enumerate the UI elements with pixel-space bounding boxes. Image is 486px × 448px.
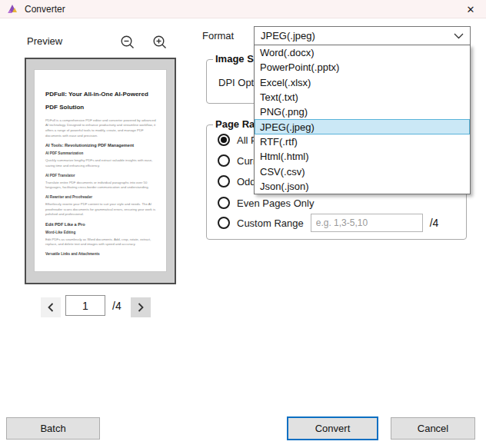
- page-number-input[interactable]: [65, 295, 105, 316]
- preview-thumbnail[interactable]: PDFull: Your All-in-One AI-Powered PDF S…: [25, 58, 176, 284]
- preview-text-block: Word-Like Editing: [45, 231, 157, 234]
- close-button[interactable]: ✕: [458, 0, 483, 18]
- page-range-legend: Page Ra: [213, 118, 257, 130]
- format-option[interactable]: CSV(.csv): [255, 164, 470, 178]
- dpi-option-label: DPI Opti: [218, 77, 256, 88]
- preview-text-block: Effortlessly rewrite your PDF content to…: [45, 202, 157, 217]
- chevron-right-icon: [137, 303, 145, 312]
- format-option[interactable]: RTF(.rtf): [255, 134, 470, 149]
- radio-option-label: Even Pages Only: [237, 197, 314, 209]
- page-total-label: /4: [112, 300, 122, 312]
- radio-custom-range[interactable]: [218, 217, 230, 229]
- preview-text-block: PDFull is a comprehensive PDF editor and…: [45, 118, 157, 139]
- radio-button[interactable]: [218, 197, 230, 209]
- close-icon: ✕: [467, 4, 475, 15]
- image-settings-legend: Image S: [213, 53, 256, 65]
- page-range-option[interactable]: Even Pages Only: [218, 196, 314, 210]
- previous-page-button[interactable]: [41, 297, 61, 317]
- radio-button[interactable]: [218, 134, 230, 146]
- page-range-option-custom[interactable]: Custom Range /4: [218, 216, 438, 230]
- convert-button[interactable]: Convert: [287, 416, 378, 440]
- preview-page: PDFull: Your All-in-One AI-Powered PDF S…: [34, 69, 167, 272]
- preview-text-block: AI Rewriter and Proofreader: [45, 195, 157, 199]
- page-range-option[interactable]: All P: [218, 133, 258, 147]
- radio-option-label: Odd: [237, 176, 256, 187]
- preview-label: Preview: [27, 35, 62, 47]
- page-range-option[interactable]: Odd: [218, 174, 256, 188]
- preview-text-block: AI PDF Translator: [45, 174, 157, 178]
- preview-text-block: Quickly summarize lengthy PDFs and extra…: [45, 158, 157, 168]
- format-option[interactable]: JPEG(.jpeg): [255, 119, 470, 134]
- zoom-in-button[interactable]: [151, 33, 169, 51]
- preview-text-block: Edit PDFs as seamlessly as Word document…: [45, 237, 157, 247]
- preview-text-block: Edit PDF Like a Pro: [45, 222, 157, 227]
- app-logo-icon: [7, 3, 18, 15]
- titlebar: Converter ✕: [0, 0, 486, 18]
- zoom-in-icon: [152, 35, 168, 50]
- radio-button[interactable]: [218, 175, 230, 187]
- format-option[interactable]: PowerPoint(.pptx): [255, 60, 470, 75]
- format-dropdown[interactable]: JPEG(.jpeg): [254, 26, 471, 45]
- zoom-out-icon: [120, 35, 135, 50]
- radio-button[interactable]: [218, 154, 230, 167]
- preview-text-block: Versatile Links and Attachments: [45, 252, 157, 256]
- converter-dialog: Converter ✕ Preview PDFull: Your All-in-…: [0, 0, 486, 448]
- preview-text-block: Translate entire PDF documents or indivi…: [45, 181, 157, 191]
- window-title: Converter: [25, 4, 65, 15]
- cancel-button[interactable]: Cancel: [391, 417, 475, 440]
- page-range-option[interactable]: Curr: [218, 154, 256, 168]
- custom-range-label: Custom Range: [237, 217, 304, 229]
- preview-text-block: PDFull: Your All-in-One AI-Powered PDF S…: [45, 88, 157, 114]
- format-option[interactable]: Json(.json): [255, 179, 470, 194]
- preview-text-block: AI Tools: Revolutionizing PDF Management: [45, 143, 157, 148]
- preview-text-block: AI PDF Summarization: [45, 151, 157, 155]
- format-dropdown-list: Word(.docx)PowerPoint(.pptx)Excel(.xlsx)…: [254, 45, 471, 194]
- format-option[interactable]: Word(.docx): [255, 45, 470, 60]
- format-option[interactable]: Text(.txt): [255, 90, 470, 105]
- format-label: Format: [202, 30, 234, 41]
- format-option[interactable]: PNG(.png): [255, 105, 470, 119]
- next-page-button[interactable]: [131, 297, 151, 317]
- zoom-out-button[interactable]: [118, 33, 137, 51]
- batch-button[interactable]: Batch: [6, 417, 100, 440]
- chevron-down-icon: [454, 33, 464, 39]
- format-option[interactable]: Html(.html): [255, 149, 470, 164]
- custom-range-total-label: /4: [430, 217, 439, 229]
- format-option[interactable]: Excel(.xlsx): [255, 75, 470, 90]
- custom-range-input[interactable]: [311, 214, 423, 232]
- format-selected-value: JPEG(.jpeg): [261, 30, 454, 41]
- chevron-left-icon: [47, 303, 55, 312]
